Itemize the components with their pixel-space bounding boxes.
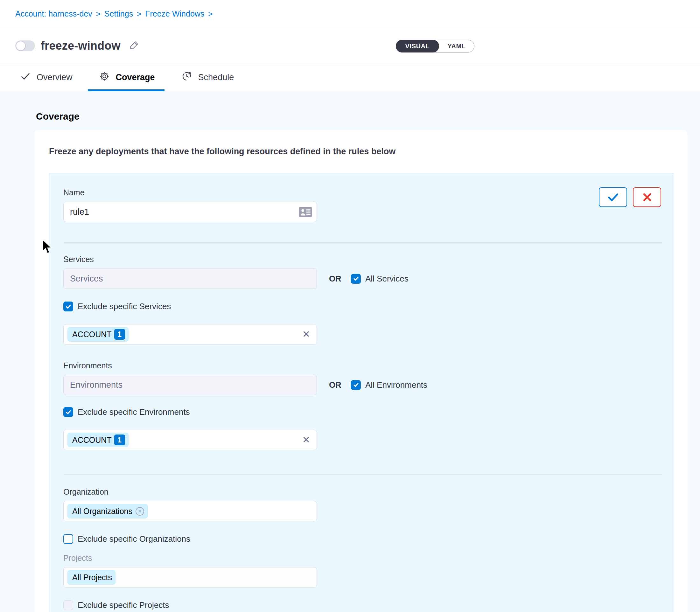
exclude-environments-checkbox[interactable]: [63, 407, 73, 417]
exclude-organizations-checkbox[interactable]: [63, 534, 73, 544]
breadcrumb-separator: >: [96, 10, 100, 18]
organization-field[interactable]: All Organizations ✕: [63, 501, 317, 521]
or-label: OR: [329, 380, 341, 390]
breadcrumb-separator: >: [208, 10, 212, 18]
excluded-environments-count: 1: [114, 434, 125, 445]
excluded-services-tag[interactable]: ACCOUNT 1: [67, 327, 128, 342]
breadcrumb-account[interactable]: Account: harness-dev: [15, 9, 92, 18]
name-label: Name: [63, 188, 674, 197]
services-label: Services: [63, 255, 674, 264]
remove-organization-icon[interactable]: ✕: [136, 507, 144, 516]
clear-excluded-environments-icon[interactable]: ✕: [302, 435, 310, 445]
breadcrumb-settings[interactable]: Settings: [104, 9, 133, 18]
coverage-card: Freeze any deployments that have the fol…: [35, 130, 688, 612]
breadcrumb-bar: Account: harness-dev > Settings > Freeze…: [0, 0, 700, 28]
delete-rule-button[interactable]: [633, 187, 661, 207]
tab-coverage[interactable]: Coverage: [99, 64, 155, 91]
breadcrumb: Account: harness-dev > Settings > Freeze…: [15, 9, 212, 18]
coverage-description: Freeze any deployments that have the fol…: [49, 147, 688, 156]
apply-rule-button[interactable]: [599, 187, 627, 207]
coverage-page: Coverage Freeze any deployments that hav…: [0, 91, 700, 612]
rule-name-input[interactable]: [63, 202, 317, 222]
freeze-enable-toggle[interactable]: [15, 40, 35, 51]
organization-tag[interactable]: All Organizations ✕: [67, 504, 148, 518]
exclude-projects-label: Exclude specific Projects: [78, 600, 169, 610]
divider: [63, 474, 662, 475]
all-environments-checkbox[interactable]: [351, 380, 361, 390]
name-card-icon: [299, 206, 313, 219]
excluded-environments-tag[interactable]: ACCOUNT 1: [67, 433, 128, 447]
freeze-rule-panel: Name Services: [49, 173, 674, 612]
check-icon: [20, 71, 31, 84]
clear-excluded-services-icon[interactable]: ✕: [302, 330, 310, 339]
or-label: OR: [329, 274, 341, 284]
exclude-services-label: Exclude specific Services: [78, 302, 171, 311]
exclude-projects-checkbox: [63, 600, 73, 610]
projects-tag: All Projects: [67, 570, 115, 585]
excluded-environments-field[interactable]: ACCOUNT 1 ✕: [63, 430, 317, 450]
visual-tab[interactable]: VISUAL: [396, 40, 439, 53]
wizard-tabs: Overview Coverage Schedule: [0, 64, 700, 91]
exclude-services-checkbox[interactable]: [63, 302, 73, 311]
visual-yaml-switch: VISUAL YAML: [396, 40, 475, 53]
tab-overview[interactable]: Overview: [20, 64, 72, 91]
edit-pencil-icon[interactable]: [129, 40, 140, 52]
excluded-services-count: 1: [114, 329, 125, 340]
cancel-x-icon: [642, 192, 652, 202]
yaml-tab[interactable]: YAML: [439, 40, 474, 53]
rule-actions: [599, 187, 661, 207]
toggle-knob: [16, 41, 26, 51]
environments-input[interactable]: [63, 375, 317, 395]
divider: [63, 242, 662, 243]
tab-schedule[interactable]: Schedule: [181, 64, 234, 91]
schedule-clock-icon: [181, 71, 192, 84]
confirm-check-icon: [607, 192, 619, 203]
projects-field: All Projects: [63, 567, 317, 587]
section-title: Coverage: [36, 111, 700, 122]
page-title: freeze-window: [41, 39, 121, 53]
exclude-organizations-label: Exclude specific Organizations: [78, 534, 190, 544]
exclude-environments-label: Exclude specific Environments: [78, 407, 190, 417]
gear-icon: [99, 71, 110, 84]
breadcrumb-freeze-windows[interactable]: Freeze Windows: [145, 9, 204, 18]
all-environments-label: All Environments: [365, 380, 427, 390]
all-services-label: All Services: [365, 274, 409, 284]
excluded-services-field[interactable]: ACCOUNT 1 ✕: [63, 324, 317, 345]
organization-label: Organization: [63, 487, 674, 497]
environments-label: Environments: [63, 361, 674, 370]
page-header: freeze-window VISUAL YAML: [0, 28, 700, 64]
all-services-checkbox[interactable]: [351, 274, 361, 284]
breadcrumb-separator: >: [137, 10, 141, 18]
projects-label: Projects: [63, 554, 674, 563]
services-input[interactable]: [63, 268, 317, 289]
